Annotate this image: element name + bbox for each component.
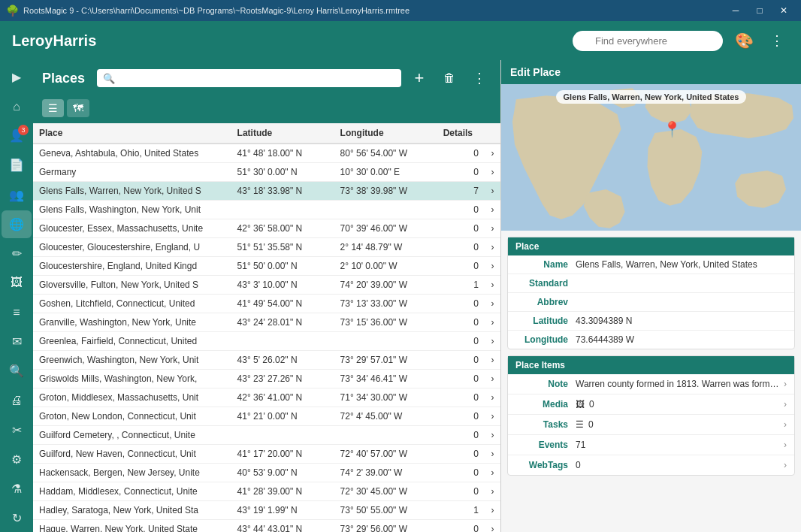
sidebar-item-home[interactable]: ⌂	[2, 92, 32, 120]
table-row[interactable]: Guilford, New Haven, Connecticut, Unit41…	[33, 445, 500, 464]
col-header-latitude[interactable]: Latitude	[231, 123, 334, 144]
places-search-input[interactable]	[97, 69, 401, 87]
sidebar-item-edit[interactable]: ✏	[2, 240, 32, 268]
cell-place: Gloucester, Essex, Massachusetts, Unite	[33, 219, 231, 238]
cell-latitude: 43° 23' 27.26" N	[231, 370, 334, 388]
delete-place-button[interactable]: 🗑	[437, 66, 461, 90]
sidebar-item-tools[interactable]: ✂	[2, 416, 32, 444]
table-row[interactable]: Gloucester, Essex, Massachusetts, Unite4…	[33, 219, 500, 238]
place-details-section: Place Name Glens Falls, Warren, New York…	[507, 237, 795, 349]
menu-button[interactable]: ⋮	[765, 29, 789, 53]
item-row-media[interactable]: Media 🖼 0 ›	[508, 394, 794, 415]
cell-details: 0	[437, 201, 485, 219]
cell-latitude: 42° 36' 41.00" N	[231, 388, 334, 407]
cell-place: Greenwich, Washington, New York, Unit	[33, 351, 231, 370]
cell-place: Griswolds Mills, Washington, New York,	[33, 370, 231, 388]
table-row[interactable]: Germany51° 30' 0.00" N10° 30' 0.00" E0›	[33, 163, 500, 182]
item-value-tasks: ☰ 0	[576, 419, 784, 430]
webtags-chevron-icon: ›	[784, 460, 787, 470]
sidebar-item-settings[interactable]: ⚙	[2, 446, 32, 473]
sidebar: ▶ ⌂ 👤 3 📄 👥 🌐 ✏ 🖼 ≡ ✉ 🔍	[0, 60, 33, 532]
cell-arrow: ›	[485, 351, 500, 370]
cell-arrow: ›	[485, 332, 500, 351]
table-row[interactable]: Glens Falls, Washington, New York, Unit0…	[33, 201, 500, 219]
table-row[interactable]: Groton, New London, Connecticut, Unit41°…	[33, 407, 500, 426]
cell-place: Goshen, Litchfield, Connecticut, United	[33, 295, 231, 313]
list-view-button[interactable]: ☰	[42, 99, 64, 117]
cell-arrow: ›	[485, 295, 500, 313]
cell-longitude	[334, 332, 437, 351]
table-row[interactable]: Greenlea, Fairfield, Connecticut, United…	[33, 332, 500, 351]
table-row[interactable]: Hadley, Saratoga, New York, United Sta43…	[33, 501, 500, 520]
more-options-button[interactable]: ⋮	[467, 66, 491, 90]
cell-details: 0	[437, 520, 485, 533]
sidebar-item-sync[interactable]: ↻	[2, 504, 32, 532]
table-row[interactable]: Hackensack, Bergen, New Jersey, Unite40°…	[33, 464, 500, 482]
tasks-chevron-icon: ›	[784, 419, 787, 430]
sidebar-item-globe[interactable]: 🌐	[2, 210, 32, 238]
table-row[interactable]: Gloucestershire, England, United Kingd51…	[33, 257, 500, 276]
table-row[interactable]: Goshen, Litchfield, Connecticut, United4…	[33, 295, 500, 313]
cell-longitude: 2° 10' 0.00" W	[334, 257, 437, 276]
cell-latitude: 43° 19' 1.99" N	[231, 501, 334, 520]
item-row-webtags[interactable]: WebTags 0 ›	[508, 455, 794, 475]
sidebar-item-person-add[interactable]: 👥	[2, 181, 32, 209]
maximize-button[interactable]: □	[748, 0, 771, 21]
places-table: Place Latitude Longitude Details Geneva,…	[33, 123, 500, 532]
item-row-tasks[interactable]: Tasks ☰ 0 ›	[508, 415, 794, 435]
table-row[interactable]: Groton, Middlesex, Massachusetts, Unit42…	[33, 388, 500, 407]
table-row[interactable]: Greenwich, Washington, New York, Unit43°…	[33, 351, 500, 370]
global-search-input[interactable]	[573, 31, 723, 51]
sidebar-item-mail[interactable]: ✉	[2, 328, 32, 355]
cell-arrow: ›	[485, 388, 500, 407]
sidebar-item-document[interactable]: 📄	[2, 151, 32, 179]
item-row-events[interactable]: Events 71 ›	[508, 435, 794, 455]
main-layout: ▶ ⌂ 👤 3 📄 👥 🌐 ✏ 🖼 ≡ ✉ 🔍	[0, 60, 801, 532]
item-label-webtags: WebTags	[515, 460, 576, 470]
field-row-name: Name Glens Falls, Warren, New York, Unit…	[508, 255, 794, 274]
field-label-name: Name	[515, 259, 576, 270]
sync-icon: ↻	[12, 511, 22, 525]
table-row[interactable]: Geneva, Ashtabula, Ohio, United States41…	[33, 144, 500, 163]
add-place-button[interactable]: +	[407, 66, 431, 90]
list-icon: ≡	[13, 306, 20, 319]
cell-place: Guilford, New Haven, Connecticut, Unit	[33, 445, 231, 464]
table-row[interactable]: Griswolds Mills, Washington, New York,43…	[33, 370, 500, 388]
cell-latitude: 42° 36' 58.00" N	[231, 219, 334, 238]
sidebar-item-search[interactable]: 🔍	[2, 357, 32, 385]
cell-details: 0	[437, 144, 485, 163]
sidebar-item-play[interactable]: ▶	[2, 63, 32, 91]
col-header-place[interactable]: Place	[33, 123, 231, 144]
item-value-events: 71	[576, 440, 784, 450]
sidebar-item-list[interactable]: ≡	[2, 298, 32, 326]
cell-longitude	[334, 201, 437, 219]
cell-details: 0	[437, 445, 485, 464]
cell-arrow: ›	[485, 238, 500, 257]
sidebar-item-print[interactable]: 🖨	[2, 386, 32, 414]
table-row[interactable]: Glens Falls, Warren, New York, United S4…	[33, 182, 500, 201]
cell-arrow: ›	[485, 313, 500, 332]
cell-longitude: 73° 15' 36.00" W	[334, 313, 437, 332]
avatar-button[interactable]: 🎨	[732, 29, 756, 53]
table-row[interactable]: Gloversville, Fulton, New York, United S…	[33, 276, 500, 295]
col-header-details[interactable]: Details	[437, 123, 485, 144]
col-header-longitude[interactable]: Longitude	[334, 123, 437, 144]
item-value-media: 🖼 0	[576, 399, 784, 410]
cell-details: 0	[437, 163, 485, 182]
table-row[interactable]: Guilford Cemetery, , Connecticut, Unite0…	[33, 426, 500, 445]
sidebar-item-dna[interactable]: ⚗	[2, 475, 32, 503]
table-row[interactable]: Hague, Warren, New York, United State43°…	[33, 520, 500, 533]
places-table-wrap[interactable]: Place Latitude Longitude Details Geneva,…	[33, 123, 500, 532]
table-row[interactable]: Haddam, Middlesex, Connecticut, Unite41°…	[33, 482, 500, 501]
home-icon: ⌂	[13, 100, 20, 113]
map-view-button[interactable]: 🗺	[67, 99, 89, 117]
sidebar-item-people[interactable]: 👤 3	[2, 122, 32, 150]
close-button[interactable]: ✕	[772, 0, 795, 21]
sidebar-item-gallery[interactable]: 🖼	[2, 269, 32, 297]
minimize-button[interactable]: ─	[724, 0, 747, 21]
table-row[interactable]: Granville, Washington, New York, Unite43…	[33, 313, 500, 332]
item-row-note[interactable]: Note Warren county formed in 1813. Warre…	[508, 374, 794, 394]
cell-longitude: 73° 50' 55.00" W	[334, 501, 437, 520]
cell-latitude: 41° 28' 39.00" N	[231, 482, 334, 501]
table-row[interactable]: Gloucester, Gloucestershire, England, U5…	[33, 238, 500, 257]
